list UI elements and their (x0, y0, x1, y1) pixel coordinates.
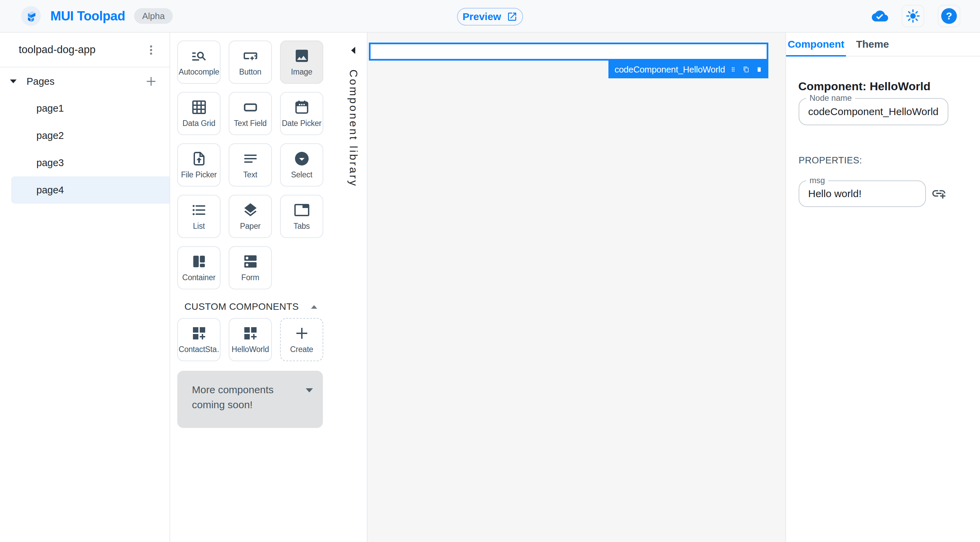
component-tile-select[interactable]: Select (280, 143, 323, 187)
tab-icon (294, 202, 310, 218)
appbar-actions: ? (872, 0, 960, 32)
custom-components-label: CUSTOM COMPONENTS (185, 301, 299, 312)
library-vertical-title: Component library (347, 69, 360, 187)
chevron-down-icon (305, 388, 313, 393)
component-tile-data-grid[interactable]: Data Grid (177, 92, 221, 135)
notes-icon (242, 150, 259, 167)
component-tile-tabs[interactable]: Tabs (280, 195, 323, 238)
inspector-tabs: Component Theme (786, 33, 980, 56)
more-components-text: More components coming soon! (192, 382, 298, 412)
project-menu-button[interactable] (143, 42, 159, 58)
component-tile-image[interactable]: Image (280, 40, 323, 84)
collapse-left-icon[interactable] (350, 46, 356, 54)
library-collapse-bar: Component library (340, 33, 366, 250)
tab-theme[interactable]: Theme (846, 33, 899, 56)
project-name: toolpad-dog-app (19, 43, 95, 56)
more-components-banner[interactable]: More components coming soon! (177, 371, 323, 428)
pages-header: Pages (0, 71, 169, 92)
dashboard-customize-icon (191, 325, 207, 341)
help-icon: ? (941, 8, 957, 24)
sidebar-item-page4[interactable]: page4 (11, 176, 169, 204)
component-tile-autocomplete[interactable]: Autocomplete (177, 40, 221, 84)
tile-label: ContactSta… (179, 345, 219, 354)
component-tile-helloworld[interactable]: HelloWorld (229, 318, 272, 361)
custom-component-tiles: ContactSta… HelloWorld Create (177, 318, 323, 361)
component-tile-form[interactable]: Form (229, 246, 272, 289)
preview-button[interactable]: Preview (457, 8, 523, 26)
add-page-button[interactable] (143, 73, 159, 89)
msg-value: Hello world! (808, 188, 862, 199)
tile-label: Date Picker (282, 119, 321, 128)
pages-header-label: Pages (27, 76, 54, 87)
tile-label: Form (241, 273, 259, 282)
dns-icon (242, 253, 259, 269)
bind-property-button[interactable] (930, 185, 948, 202)
msg-property-field[interactable]: msg Hello world! (799, 180, 926, 207)
sidebar-item-page3[interactable]: page3 (0, 149, 169, 176)
msg-label: msg (806, 176, 828, 185)
plus-icon (294, 325, 310, 341)
delete-icon[interactable] (756, 64, 762, 75)
brand: MUI Toolpad Alpha (21, 0, 173, 32)
custom-components-header: CUSTOM COMPONENTS (185, 299, 318, 314)
cloud-done-icon (872, 8, 888, 24)
duplicate-icon[interactable] (743, 64, 749, 75)
dashboard-customize-icon (242, 325, 259, 341)
component-tile-button[interactable]: Button (229, 40, 272, 84)
app-title: MUI Toolpad (50, 9, 125, 24)
sidebar-item-page1[interactable]: page1 (0, 95, 169, 122)
component-tile-text-field[interactable]: Text Field (229, 92, 272, 135)
container-icon (191, 253, 207, 269)
collapse-up-icon[interactable] (310, 305, 318, 309)
add-link-icon (931, 185, 947, 201)
component-tile-contactstatic[interactable]: ContactSta… (177, 318, 221, 361)
text-field-icon (242, 99, 259, 115)
layers-icon (242, 202, 259, 218)
page-list: page1 page2 page3 page4 (0, 95, 169, 204)
dropdown-circle-icon (294, 150, 310, 167)
component-tile-text[interactable]: Text (229, 143, 272, 187)
tile-label: Text (243, 170, 257, 179)
tile-label: Autocomplete (179, 67, 219, 77)
preview-button-label: Preview (463, 11, 501, 22)
tile-label: Container (182, 273, 216, 282)
image-icon (294, 48, 310, 64)
collapse-caret-icon[interactable] (10, 79, 17, 84)
help-button[interactable]: ? (938, 5, 960, 27)
inspector-panel: Component Theme Component: HelloWorld No… (785, 33, 980, 542)
sidebar-item-page2[interactable]: page2 (0, 122, 169, 149)
selection-node-label: codeComponent_HelloWorld (614, 64, 725, 75)
tile-label: Create (290, 345, 313, 354)
tile-label: HelloWorld (231, 345, 269, 354)
component-heading: Component: HelloWorld (798, 80, 930, 93)
editor-canvas[interactable]: codeComponent_HelloWorld (368, 33, 785, 542)
brightness-icon (905, 8, 920, 24)
component-tile-date-picker[interactable]: Date Picker (280, 92, 323, 135)
tab-component[interactable]: Component (786, 33, 846, 56)
create-component-tile[interactable]: Create (280, 318, 323, 361)
component-tile-list[interactable]: List (177, 195, 221, 238)
kebab-icon (145, 44, 157, 56)
properties-header: PROPERTIES: (799, 155, 862, 166)
component-tile-paper[interactable]: Paper (229, 195, 272, 238)
node-name-value: codeComponent_HelloWorld (808, 106, 939, 118)
component-tile-container[interactable]: Container (177, 246, 221, 289)
calendar-icon (294, 99, 310, 115)
node-name-field[interactable]: Node name codeComponent_HelloWorld (799, 98, 948, 125)
theme-toggle-button[interactable] (902, 5, 924, 27)
selection-toolbar: codeComponent_HelloWorld (608, 61, 768, 78)
tile-label: Tabs (294, 222, 310, 231)
tile-label: Select (291, 170, 312, 179)
drag-handle-icon[interactable] (730, 64, 737, 75)
node-name-label: Node name (806, 93, 855, 103)
grid-icon (191, 99, 207, 115)
component-tile-file-picker[interactable]: File Picker (177, 143, 221, 187)
tile-label: File Picker (181, 170, 217, 179)
tile-label: Button (239, 67, 261, 77)
upload-file-icon (191, 150, 207, 167)
open-in-new-icon (507, 11, 517, 22)
selected-component[interactable] (369, 43, 768, 61)
smart-button-icon (242, 48, 259, 64)
component-library-panel: Autocomplete Button Image Data Grid Text (170, 33, 368, 542)
tile-label: Paper (240, 222, 260, 231)
